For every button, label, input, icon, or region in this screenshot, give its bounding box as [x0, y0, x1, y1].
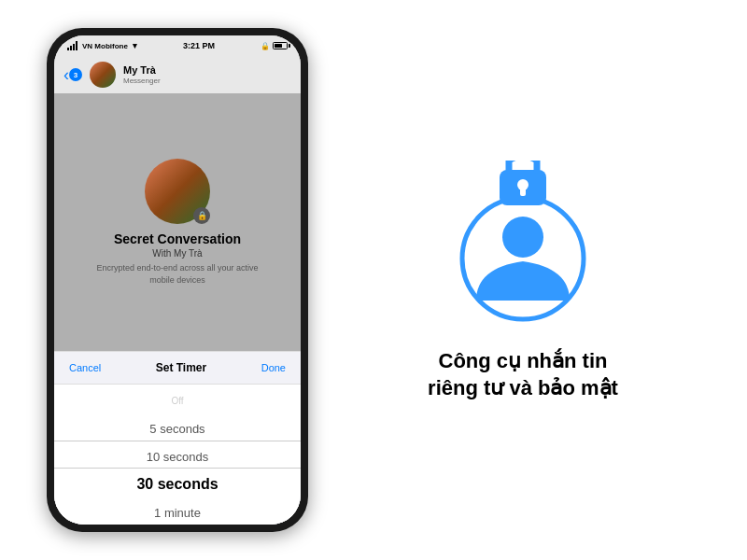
nav-title: My Trà	[123, 64, 161, 77]
carrier-label: VN Mobifone	[82, 42, 128, 50]
back-badge: 3	[69, 68, 82, 81]
right-content: Công cụ nhắn tin riêng tư và bảo mật	[327, 139, 719, 420]
picker-item-10s[interactable]: 10 seconds	[54, 442, 301, 470]
svg-point-0	[462, 198, 584, 319]
screen-top: 🔒 Secret Conversation With My Trà Encryp…	[54, 93, 301, 351]
security-icon	[448, 158, 598, 326]
timer-header: Cancel Set Timer Done	[54, 352, 301, 385]
profile-avatar: 🔒	[145, 159, 210, 224]
done-button[interactable]: Done	[261, 362, 286, 373]
nav-title-group: My Trà Messenger	[123, 64, 161, 86]
nav-avatar	[90, 62, 116, 88]
nav-bar: ‹ 3 My Trà Messenger	[54, 56, 301, 93]
nav-subtitle: Messenger	[123, 77, 161, 86]
wifi-icon: ▾	[133, 41, 137, 50]
main-container: VN Mobifone ▾ 3:21 PM 🔒 ‹ 3	[0, 0, 747, 560]
picker-item-30s[interactable]: 30 seconds	[54, 470, 301, 498]
secret-with-label: With My Trà	[152, 248, 202, 259]
picker-items: Off 5 seconds 10 seconds 30 seconds 1 mi…	[54, 385, 301, 525]
picker-item-off[interactable]: Off	[54, 386, 301, 414]
battery-icon	[273, 42, 288, 49]
signal-icon	[67, 41, 78, 50]
picker-item-1m[interactable]: 1 minute	[54, 498, 301, 525]
timer-picker[interactable]: Off 5 seconds 10 seconds 30 seconds 1 mi…	[54, 385, 301, 525]
security-text-content: Công cụ nhắn tin riêng tư và bảo mật	[428, 349, 618, 399]
lock-badge-icon: 🔒	[193, 207, 210, 224]
lock-status-icon: 🔒	[261, 42, 270, 50]
picker-item-5s[interactable]: 5 seconds	[54, 414, 301, 442]
phone-device: VN Mobifone ▾ 3:21 PM 🔒 ‹ 3	[47, 28, 308, 532]
phone-wrapper: VN Mobifone ▾ 3:21 PM 🔒 ‹ 3	[28, 19, 327, 541]
svg-point-1	[502, 217, 543, 258]
back-button[interactable]: ‹ 3	[63, 66, 82, 83]
phone-screen: VN Mobifone ▾ 3:21 PM 🔒 ‹ 3	[54, 35, 301, 525]
secret-conversation-title: Secret Conversation	[114, 231, 241, 246]
secret-description: Encrypted end-to-end across all your act…	[93, 262, 261, 286]
status-right: 🔒	[261, 42, 288, 50]
timer-title: Set Timer	[156, 361, 206, 374]
status-left: VN Mobifone ▾	[67, 41, 137, 50]
svg-rect-4	[520, 187, 526, 196]
status-bar: VN Mobifone ▾ 3:21 PM 🔒	[54, 35, 301, 56]
security-text: Công cụ nhắn tin riêng tư và bảo mật	[428, 348, 618, 401]
cancel-button[interactable]: Cancel	[69, 362, 101, 373]
battery-fill	[275, 44, 282, 48]
bottom-sheet: Cancel Set Timer Done Off 5 seconds 10 s…	[54, 351, 301, 525]
status-time: 3:21 PM	[183, 41, 215, 50]
